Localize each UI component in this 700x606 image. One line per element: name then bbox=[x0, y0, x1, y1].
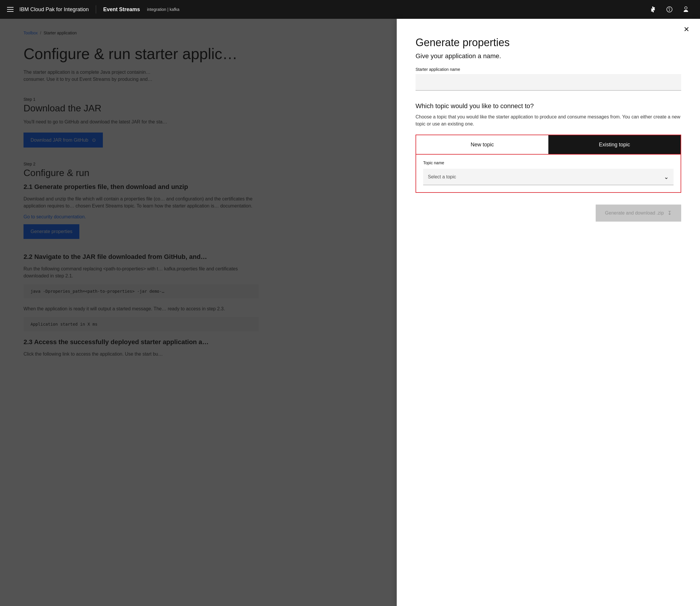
existing-topic-tab[interactable]: Existing topic bbox=[549, 135, 681, 154]
app-name-input[interactable] bbox=[416, 74, 681, 91]
settings-icon-btn[interactable] bbox=[646, 2, 660, 17]
settings-icon bbox=[650, 6, 656, 13]
user-icon bbox=[683, 6, 689, 13]
help-icon bbox=[667, 6, 672, 13]
topic-section-title: Which topic would you like to connect to… bbox=[416, 102, 681, 110]
app-name-label: Starter application name bbox=[416, 67, 681, 72]
top-navigation: IBM Cloud Pak for Integration Event Stre… bbox=[0, 0, 700, 19]
topic-name-label: Topic name bbox=[423, 161, 674, 165]
panel-close-button[interactable]: ✕ bbox=[682, 25, 691, 34]
generate-btn-wrapper: Generate and download .zip ↧ bbox=[416, 205, 681, 222]
topic-select-wrapper: Select a topic ⌄ bbox=[423, 169, 674, 185]
hamburger-menu[interactable] bbox=[7, 7, 14, 12]
generate-download-label: Generate and download .zip bbox=[605, 210, 664, 216]
download-icon: ↧ bbox=[668, 210, 672, 216]
topic-section-desc: Choose a topic that you would like the s… bbox=[416, 113, 681, 127]
generate-download-button[interactable]: Generate and download .zip ↧ bbox=[596, 205, 681, 222]
topic-toggle: New topic Existing topic bbox=[416, 135, 681, 155]
instance-label: integration | kafka bbox=[147, 7, 179, 12]
nav-divider bbox=[96, 5, 96, 14]
panel-title: Generate properties bbox=[416, 37, 681, 49]
user-icon-btn[interactable] bbox=[679, 2, 693, 17]
brand-name: IBM Cloud Pak for Integration bbox=[19, 6, 89, 13]
generate-properties-panel: ✕ Generate properties Give your applicat… bbox=[397, 19, 700, 606]
overlay-dim bbox=[0, 19, 397, 606]
topic-select[interactable]: Select a topic bbox=[423, 169, 674, 185]
panel-body: Generate properties Give your applicatio… bbox=[397, 34, 700, 606]
nav-icon-group bbox=[646, 2, 693, 17]
panel-header: ✕ bbox=[397, 19, 700, 34]
topic-name-section: Topic name Select a topic ⌄ bbox=[416, 155, 681, 193]
help-icon-btn[interactable] bbox=[662, 2, 676, 17]
new-topic-tab[interactable]: New topic bbox=[416, 135, 549, 154]
panel-subtitle: Give your application a name. bbox=[416, 52, 681, 60]
product-name: Event Streams bbox=[103, 6, 140, 13]
